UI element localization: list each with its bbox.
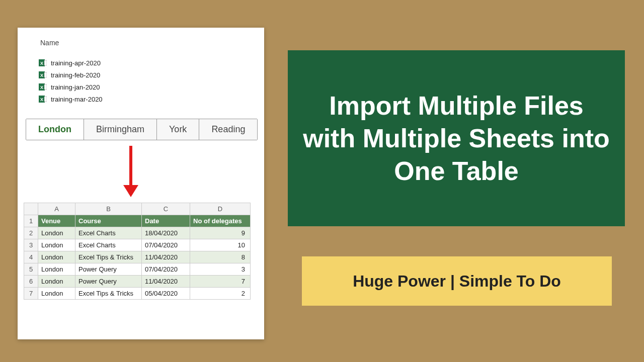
cell-venue[interactable]: London xyxy=(38,276,75,288)
row-number[interactable]: 5 xyxy=(24,263,38,276)
col-header[interactable]: C xyxy=(142,203,190,215)
subtitle-text: Huge Power | Simple To Do xyxy=(353,272,561,291)
table-row: 3 London Excel Charts 07/04/2020 10 xyxy=(24,239,251,251)
left-panel: Name X training-apr-2020 X training-feb-… xyxy=(18,28,264,339)
cell-course[interactable]: Excel Tips & Tricks xyxy=(75,288,142,300)
table-row: 4 London Excel Tips & Tricks 11/04/2020 … xyxy=(24,251,251,263)
cell-date[interactable]: 11/04/2020 xyxy=(142,251,190,263)
title-panel: Import Multiple Files with Multiple Shee… xyxy=(288,50,625,226)
excel-file-icon: X xyxy=(39,95,47,103)
cell-venue[interactable]: London xyxy=(38,239,75,251)
col-header[interactable]: D xyxy=(190,203,251,215)
file-name: training-jan-2020 xyxy=(51,83,100,91)
table-header-row: 1 Venue Course Date No of delegates xyxy=(24,215,251,227)
file-item[interactable]: X training-mar-2020 xyxy=(39,93,103,105)
header-cell[interactable]: Course xyxy=(75,215,142,227)
cell-venue[interactable]: London xyxy=(38,251,75,263)
cell-date[interactable]: 07/04/2020 xyxy=(142,263,190,276)
cell-date[interactable]: 11/04/2020 xyxy=(142,276,190,288)
header-cell[interactable]: Venue xyxy=(38,215,75,227)
cell-delegates[interactable]: 3 xyxy=(190,263,251,276)
row-number[interactable]: 4 xyxy=(24,251,38,263)
svg-text:X: X xyxy=(40,97,43,102)
cell-course[interactable]: Power Query xyxy=(75,263,142,276)
svg-rect-4 xyxy=(44,72,47,77)
cell-venue[interactable]: London xyxy=(38,263,75,276)
cell-course[interactable]: Excel Charts xyxy=(75,239,142,251)
row-number[interactable]: 7 xyxy=(24,288,38,300)
tab-york[interactable]: York xyxy=(157,119,199,140)
spreadsheet-table: A B C D 1 Venue Course Date No of delega… xyxy=(24,203,251,300)
file-item[interactable]: X training-feb-2020 xyxy=(39,69,103,81)
arrow-down-icon xyxy=(123,146,138,199)
file-name: training-apr-2020 xyxy=(51,59,101,67)
cell-delegates[interactable]: 7 xyxy=(190,276,251,288)
col-header[interactable]: B xyxy=(75,203,142,215)
tab-birmingham[interactable]: Birmingham xyxy=(84,119,157,140)
file-item[interactable]: X training-apr-2020 xyxy=(39,57,103,69)
file-item[interactable]: X training-jan-2020 xyxy=(39,81,103,93)
sheet-tabs: London Birmingham York Reading xyxy=(26,119,258,140)
cell-delegates[interactable]: 2 xyxy=(190,288,251,300)
table-row: 7 London Excel Tips & Tricks 05/04/2020 … xyxy=(24,288,251,300)
table-row: 2 London Excel Charts 18/04/2020 9 xyxy=(24,227,251,239)
excel-file-icon: X xyxy=(39,59,47,67)
row-number[interactable]: 3 xyxy=(24,239,38,251)
col-header[interactable]: A xyxy=(38,203,75,215)
cell-delegates[interactable]: 8 xyxy=(190,251,251,263)
svg-rect-7 xyxy=(44,84,47,89)
cell-date[interactable]: 07/04/2020 xyxy=(142,239,190,251)
name-column-header: Name xyxy=(40,39,59,47)
tab-reading[interactable]: Reading xyxy=(199,119,257,140)
table-row: 5 London Power Query 07/04/2020 3 xyxy=(24,263,251,276)
subtitle-panel: Huge Power | Simple To Do xyxy=(302,256,612,306)
svg-text:X: X xyxy=(40,85,43,90)
excel-file-icon: X xyxy=(39,71,47,79)
file-list: X training-apr-2020 X training-feb-2020 … xyxy=(39,57,103,105)
svg-text:X: X xyxy=(40,61,43,66)
cell-venue[interactable]: London xyxy=(38,227,75,239)
row-number[interactable]: 6 xyxy=(24,276,38,288)
corner-cell xyxy=(24,203,38,215)
file-name: training-mar-2020 xyxy=(51,96,103,103)
row-number[interactable]: 1 xyxy=(24,215,38,227)
cell-venue[interactable]: London xyxy=(38,288,75,300)
cell-course[interactable]: Power Query xyxy=(75,276,142,288)
cell-course[interactable]: Excel Charts xyxy=(75,227,142,239)
svg-rect-1 xyxy=(44,60,47,65)
header-cell[interactable]: Date xyxy=(142,215,190,227)
excel-file-icon: X xyxy=(39,83,47,91)
table-row: 6 London Power Query 11/04/2020 7 xyxy=(24,276,251,288)
cell-date[interactable]: 05/04/2020 xyxy=(142,288,190,300)
svg-text:X: X xyxy=(40,73,43,78)
cell-course[interactable]: Excel Tips & Tricks xyxy=(75,251,142,263)
file-name: training-feb-2020 xyxy=(51,71,100,79)
main-title: Import Multiple Files with Multiple Shee… xyxy=(303,89,610,188)
cell-date[interactable]: 18/04/2020 xyxy=(142,227,190,239)
row-number[interactable]: 2 xyxy=(24,227,38,239)
cell-delegates[interactable]: 10 xyxy=(190,239,251,251)
cell-delegates[interactable]: 9 xyxy=(190,227,251,239)
svg-rect-10 xyxy=(44,97,47,102)
tab-london[interactable]: London xyxy=(26,119,84,140)
header-cell[interactable]: No of delegates xyxy=(190,215,251,227)
